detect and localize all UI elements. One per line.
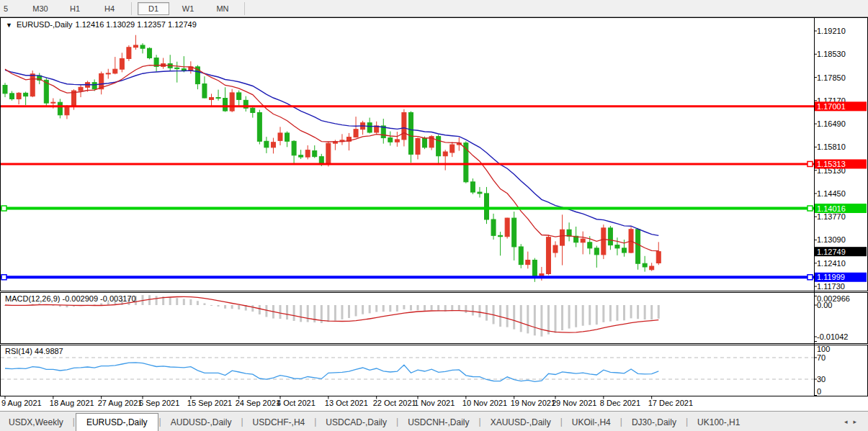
candle <box>443 152 447 156</box>
candle <box>485 194 489 219</box>
svg-text:6 Sep 2021: 6 Sep 2021 <box>139 399 179 407</box>
candle <box>512 218 516 247</box>
candle <box>643 263 647 267</box>
candle <box>3 85 7 93</box>
rsi-panel: 10070300 <box>1 342 830 396</box>
candle <box>416 139 420 155</box>
svg-text:1.14016: 1.14016 <box>817 204 846 213</box>
svg-text:0.00: 0.00 <box>817 301 832 309</box>
candles-series <box>3 35 661 282</box>
candle <box>305 150 310 157</box>
candle <box>491 219 496 235</box>
svg-text:30: 30 <box>817 375 826 384</box>
candle <box>65 107 69 114</box>
svg-text:1.11730: 1.11730 <box>817 282 845 291</box>
date-axis: 9 Aug 202118 Aug 202127 Aug 20216 Sep 20… <box>1 396 693 408</box>
candle <box>470 182 475 192</box>
svg-text:1.12410: 1.12410 <box>817 259 846 268</box>
svg-text:9 Aug 2021: 9 Aug 2021 <box>1 399 42 407</box>
candle <box>588 242 592 248</box>
svg-text:1.12749: 1.12749 <box>817 248 846 256</box>
svg-text:1 Nov 2021: 1 Nov 2021 <box>414 399 455 407</box>
svg-text:17 Dec 2021: 17 Dec 2021 <box>648 399 693 407</box>
candle <box>127 47 131 59</box>
svg-text:1.19210: 1.19210 <box>817 27 846 35</box>
candle <box>120 58 124 69</box>
ma-slow-line <box>5 70 658 235</box>
svg-text:1.13090: 1.13090 <box>817 235 846 244</box>
candle <box>423 139 427 148</box>
rsi-indicator-label: RSI(14) 44.9887 <box>5 347 63 355</box>
price-level-tag: 1.14016 <box>815 204 867 213</box>
chart-ohlc-values: 1.12416 1.13029 1.12357 1.12749 <box>76 20 197 29</box>
svg-text:8 Dec 2021: 8 Dec 2021 <box>600 399 640 407</box>
candle <box>79 87 83 91</box>
svg-text:1.11999: 1.11999 <box>817 273 845 281</box>
rsi-value: 44.9887 <box>35 347 63 355</box>
svg-text:18 Aug 2021: 18 Aug 2021 <box>50 399 94 407</box>
candle <box>601 228 606 255</box>
ma-fast-line <box>5 65 658 251</box>
candle <box>30 74 35 96</box>
rsi-name: RSI(14) <box>5 347 32 355</box>
current-price-tag: 1.12749 <box>815 247 867 256</box>
trading-terminal-window: { "toolbar": { "timeframes": [ {"label":… <box>0 0 868 431</box>
candle <box>526 260 530 264</box>
candle <box>656 252 661 263</box>
candle <box>560 230 565 245</box>
candle <box>202 84 207 98</box>
svg-text:70: 70 <box>817 353 826 362</box>
candle <box>251 108 255 112</box>
rsi-line <box>5 363 658 382</box>
candle <box>58 102 62 115</box>
svg-text:15 Sep 2021: 15 Sep 2021 <box>187 399 232 407</box>
svg-text:29 Nov 2021: 29 Nov 2021 <box>552 399 596 407</box>
candle <box>622 248 627 253</box>
chart-dropdown-icon[interactable]: ▼ <box>6 22 12 29</box>
macd-name: MACD(12,26,9) <box>5 294 60 303</box>
svg-text:22 Oct 2021: 22 Oct 2021 <box>373 399 416 407</box>
candle <box>216 98 220 99</box>
price-level-tag: 1.17001 <box>815 101 867 111</box>
price-level-tag: 1.11999 <box>815 273 867 282</box>
candle <box>271 142 275 148</box>
candle <box>505 218 509 237</box>
candle <box>175 68 179 68</box>
candle <box>594 248 599 255</box>
candle <box>615 245 619 248</box>
candle <box>230 93 234 111</box>
candle <box>437 137 441 156</box>
candle <box>10 94 14 99</box>
candle <box>210 98 214 100</box>
candle <box>498 235 503 236</box>
candle <box>553 245 558 253</box>
svg-text:10 Nov 2021: 10 Nov 2021 <box>462 399 507 407</box>
svg-text:1.17850: 1.17850 <box>817 73 846 82</box>
candle <box>367 123 372 132</box>
svg-text:19 Nov 2021: 19 Nov 2021 <box>511 399 555 407</box>
candle <box>292 141 296 155</box>
candle <box>51 102 55 103</box>
candle <box>223 99 228 112</box>
svg-text:13 Oct 2021: 13 Oct 2021 <box>325 399 368 407</box>
candle <box>450 145 455 153</box>
svg-text:1.13770: 1.13770 <box>817 212 846 221</box>
candle <box>17 93 21 99</box>
chart-title: EURUSD-,Daily <box>17 20 73 29</box>
candle <box>636 230 640 263</box>
svg-text:1.15810: 1.15810 <box>817 142 846 151</box>
candle <box>608 228 612 245</box>
svg-text:-0.01042: -0.01042 <box>817 332 848 341</box>
candle <box>278 133 282 140</box>
svg-text:1.17001: 1.17001 <box>817 102 846 111</box>
candle <box>92 83 97 89</box>
svg-text:0: 0 <box>817 387 821 396</box>
candle <box>285 133 290 141</box>
candle <box>24 93 28 96</box>
svg-text:1.16490: 1.16490 <box>817 119 846 128</box>
chart-canvas[interactable]: 1.192101.185301.178501.171701.164901.158… <box>0 0 868 431</box>
candle <box>478 192 482 194</box>
candle <box>148 48 152 58</box>
candle <box>106 73 110 74</box>
candle <box>182 69 186 71</box>
